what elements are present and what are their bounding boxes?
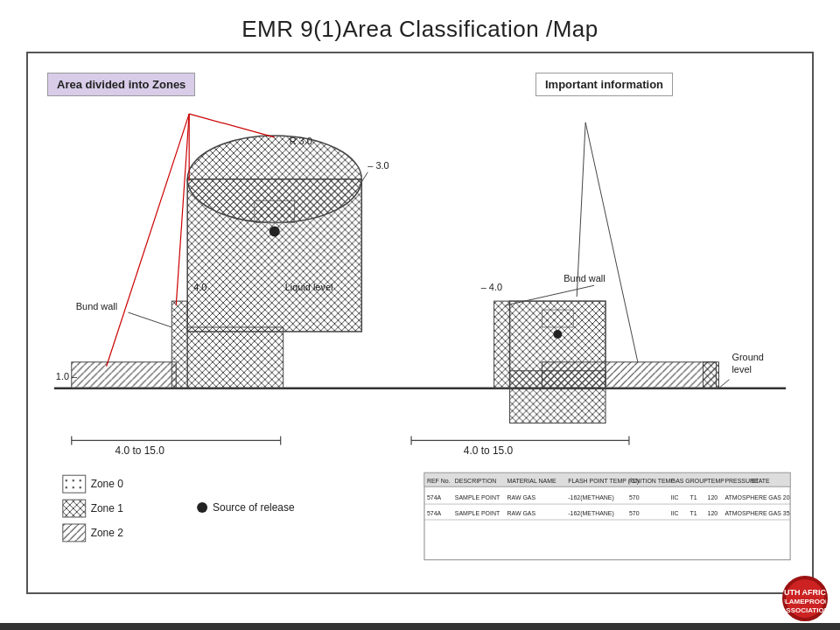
svg-text:120: 120 [708, 494, 718, 500]
svg-text:-162(METHANE): -162(METHANE) [568, 494, 614, 501]
svg-text:– 3.0: – 3.0 [368, 160, 388, 171]
svg-text:TEMP: TEMP [708, 478, 725, 484]
svg-text:REF No.: REF No. [427, 478, 451, 484]
svg-text:IIC: IIC [671, 494, 679, 500]
svg-rect-47 [63, 475, 86, 493]
svg-rect-7 [187, 327, 284, 388]
svg-rect-5 [72, 362, 176, 388]
svg-text:T1: T1 [690, 510, 697, 516]
main-frame: Bund wall Bund wall Liquid level Ground … [26, 52, 814, 594]
svg-rect-13 [494, 301, 510, 388]
svg-text:SAMPLE POINT: SAMPLE POINT [455, 494, 500, 500]
svg-text:Source of release: Source of release [213, 501, 295, 514]
svg-text:4.0 to 15.0: 4.0 to 15.0 [116, 444, 165, 457]
svg-text:ATMOSPHERE: ATMOSPHERE [724, 510, 767, 516]
svg-text:SAMPLE POINT: SAMPLE POINT [455, 510, 500, 516]
svg-text:GAS GROUP: GAS GROUP [671, 478, 708, 484]
svg-text:1.0 –: 1.0 – [56, 371, 78, 382]
diagram-area: Bund wall Bund wall Liquid level Ground … [28, 53, 812, 592]
svg-text:– 4.0: – 4.0 [481, 282, 502, 292]
svg-rect-10 [255, 201, 295, 223]
svg-text:IGNITION TEMP: IGNITION TEMP [629, 478, 675, 484]
svg-rect-6 [172, 301, 187, 388]
logo-area: SOUTH AFRICAN FLAMEPROOF ASSOCIATION [782, 576, 828, 621]
svg-text:FLASH POINT TEMP (°C): FLASH POINT TEMP (°C) [568, 478, 639, 485]
svg-rect-14 [704, 362, 719, 388]
svg-text:570: 570 [629, 494, 640, 500]
svg-rect-16 [542, 310, 573, 327]
svg-text:MATERIAL NAME: MATERIAL NAME [508, 478, 556, 484]
svg-line-45 [577, 122, 585, 297]
svg-line-44 [189, 114, 275, 137]
svg-text:Bund wall: Bund wall [76, 301, 117, 312]
svg-point-17 [553, 330, 562, 339]
svg-text:STATE: STATE [751, 478, 770, 484]
svg-rect-18 [510, 371, 606, 424]
svg-line-20 [128, 312, 172, 327]
svg-text:R 3.0: R 3.0 [290, 136, 312, 146]
svg-rect-49 [63, 500, 86, 517]
svg-text:SOUTH AFRICAN: SOUTH AFRICAN [784, 588, 826, 597]
svg-text:Zone 0: Zone 0 [91, 478, 124, 490]
svg-text:574A: 574A [427, 510, 442, 516]
svg-text:IIC: IIC [671, 510, 679, 516]
important-info-annotation: Important information [536, 73, 673, 96]
area-zones-annotation: Area divided into Zones [47, 73, 195, 96]
svg-text:level: level [732, 364, 752, 374]
svg-text:GAS 35: GAS 35 [768, 510, 789, 516]
svg-text:RAW GAS: RAW GAS [508, 494, 536, 500]
svg-text:Zone 2: Zone 2 [91, 527, 124, 539]
svg-line-26 [718, 380, 729, 388]
bottom-bar [0, 623, 840, 630]
svg-text:T1: T1 [690, 494, 697, 500]
page-title: EMR 9(1)Area Classification /Map [0, 0, 840, 52]
logo-circle: SOUTH AFRICAN FLAMEPROOF ASSOCIATION [782, 576, 828, 621]
svg-text:RAW GAS: RAW GAS [508, 510, 536, 516]
svg-text:4.0 to 15.0: 4.0 to 15.0 [464, 444, 514, 457]
svg-text:DESCRIPTION: DESCRIPTION [455, 478, 497, 484]
svg-text:Bund wall: Bund wall [564, 273, 605, 284]
svg-text:Ground: Ground [732, 352, 763, 362]
svg-text:Zone 1: Zone 1 [91, 502, 124, 514]
svg-text:4.0: 4.0 [193, 282, 206, 292]
svg-text:574A: 574A [427, 494, 442, 500]
svg-text:120: 120 [708, 510, 718, 516]
svg-text:ATMOSPHERE: ATMOSPHERE [724, 494, 767, 500]
svg-text:GAS 20: GAS 20 [768, 494, 789, 500]
svg-point-11 [270, 226, 280, 236]
svg-text:ASSOCIATION: ASSOCIATION [784, 606, 826, 614]
svg-rect-53 [63, 524, 86, 542]
svg-text:-162(METHANE): -162(METHANE) [568, 510, 614, 517]
svg-text:Liquid level: Liquid level [285, 282, 333, 292]
svg-text:FLAMEPROOF: FLAMEPROOF [784, 598, 826, 606]
svg-point-51 [197, 502, 207, 513]
svg-text:570: 570 [629, 510, 640, 516]
